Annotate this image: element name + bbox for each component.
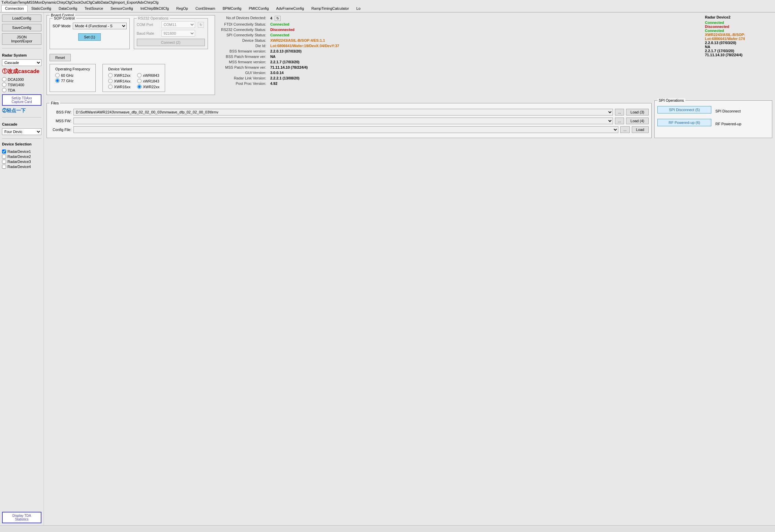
bss-fw-label: BSS FW: <box>50 110 71 114</box>
ftdi-value: Connected <box>270 22 289 26</box>
tab-advframeconfig[interactable]: AdvFrameConfig <box>273 5 308 12</box>
menu-clockout[interactable]: ClockOutCfg <box>71 0 92 4</box>
config-file-select[interactable] <box>73 126 618 133</box>
tab-contstream[interactable]: ContStream <box>192 5 219 12</box>
menu-txrxgain[interactable]: TxRxGainTemp <box>1 0 27 4</box>
mss-load-button[interactable]: Load (4) <box>626 118 649 124</box>
files-section: Files BSS FW: D:\SoftWare\AWR2243\mmwave… <box>46 103 652 138</box>
tab-staticconfig[interactable]: StaticConfig <box>28 5 55 12</box>
rs232-title: RS232 Operations <box>137 16 170 20</box>
post-proc-value: 4.92 <box>268 81 341 86</box>
radio-xwr22xx[interactable]: XWR22xx <box>137 85 159 89</box>
device2-bss-patch: NA <box>705 45 772 49</box>
mss-fw-select[interactable] <box>73 118 613 124</box>
radio-77ghz[interactable]: 77 GHz <box>55 78 90 83</box>
device-status-label: Device Status: <box>219 38 268 43</box>
device-variant-section: Device Variant XWR12xx xWR6843 <box>102 64 165 92</box>
op-freq-title: Operating Frequency <box>55 67 90 71</box>
menu-dynamicchirp[interactable]: DynamicChirpCfg <box>42 0 71 4</box>
mss-fw-label: MSS FW: <box>50 119 71 123</box>
bss-patch-label: BSS Patch firmware ver: <box>219 54 268 59</box>
config-load-button[interactable]: Load <box>632 126 649 133</box>
tab-intchirp[interactable]: IntChirpBlkCtlCfg <box>137 5 173 12</box>
device2-ftdi: Connected <box>705 21 724 25</box>
sidebar: LoadConfig SaveConfig JSON Import/Expor … <box>0 12 44 525</box>
rs232-label: RS232 Connectivity Status: <box>219 27 268 32</box>
tab-dataconfig[interactable]: DataConfig <box>55 5 81 12</box>
config-browse-button[interactable]: ... <box>620 126 629 133</box>
sop-mode-select[interactable]: Mode 4 (Functional - S <box>73 23 127 29</box>
menu-import-export[interactable]: Import_Export <box>114 0 137 4</box>
sop-mode-label: SOP Mode <box>53 24 71 28</box>
device2-mss-patch: 71.11.14.10 (78/224/4) <box>705 53 772 57</box>
menu-advchirp[interactable]: AdvChirpCfg <box>137 0 158 4</box>
menu-calibdata[interactable]: CalibDataCfg <box>92 0 114 4</box>
mss-browse-button[interactable]: ... <box>615 118 624 124</box>
radio-xwr14xx[interactable]: XWR14xx <box>108 79 130 83</box>
checkbox-radar-device4[interactable]: RadarDevice4 <box>2 165 41 169</box>
divider-1 <box>2 48 41 48</box>
refresh-devices-button[interactable]: ↻ <box>275 16 281 21</box>
spi-operations-section: SPI Operations SPI Disconnect (5) SPI Di… <box>654 100 772 138</box>
display-tda-button[interactable]: Display TDA Statistics <box>2 512 41 523</box>
four-device-dropdown[interactable]: Four Devic <box>2 128 41 135</box>
menu-row-1: TxRxGainTemp MSSMon DynamicChirpCfg Cloc… <box>0 0 775 5</box>
tab-regop[interactable]: RegOp <box>173 5 192 12</box>
radio-xwr16xx[interactable]: XWR16xx <box>108 85 130 89</box>
checkbox-radar-device3[interactable]: RadarDevice3 <box>2 160 41 164</box>
rf-powered-button[interactable]: RF Powered-up (6) <box>657 119 711 126</box>
spi-disconnect-button[interactable]: SPI Disconnect (5) <box>657 106 711 113</box>
radar-system-dropdown[interactable]: Cascade Single <box>2 59 41 66</box>
json-import-button[interactable]: JSON Import/Expor <box>2 33 41 45</box>
config-file-label: Config File: <box>50 128 71 132</box>
device-variant-title: Device Variant <box>108 67 159 71</box>
bss-browse-button[interactable]: ... <box>615 109 624 115</box>
radio-xwr12xx[interactable]: XWR12xx <box>108 73 130 77</box>
tab-sensorconfig[interactable]: SensorConfig <box>107 5 137 12</box>
connect-button[interactable]: Connect (2) <box>137 39 205 46</box>
bss-fw-select[interactable]: D:\SoftWare\AWR2243\mmwave_dfp_02_02_00_… <box>73 109 613 115</box>
baud-rate-select[interactable]: 921600 <box>161 30 195 37</box>
device2-mss-fw: 2.2.1.7 (17/03/20) <box>705 49 772 53</box>
setup-tdaxx-button[interactable]: SetUp TDAxx Capture Card <box>2 94 41 106</box>
tab-connection[interactable]: Connection <box>1 5 28 12</box>
checkbox-radar-device2[interactable]: RadarDevice2 <box>2 155 41 159</box>
device2-bss-fw: 2.2.0.13 (07/03/20) <box>705 41 772 45</box>
bss-fw-version-label: BSS firmware version: <box>219 48 268 54</box>
ftdi-label: FTDI Connectivity Status: <box>219 22 268 27</box>
no-devices-label: No.of Devices Detected: <box>219 15 268 22</box>
device2-die-id: Lot:6806641/Wafer:17/I <box>705 37 745 41</box>
radio-tda[interactable]: TDA <box>2 88 41 92</box>
tab-testsource[interactable]: TestSource <box>81 5 107 12</box>
radar-device2-header: Radar Device2 <box>705 15 772 19</box>
reset-button[interactable]: Reset <box>50 54 71 61</box>
com-refresh-button[interactable]: ↻ <box>198 22 204 28</box>
device-selection-label: Device Selection <box>2 142 41 146</box>
bss-load-button[interactable]: Load (3) <box>626 109 649 115</box>
divider-3 <box>2 138 41 139</box>
tab-ramptiming[interactable]: RampTimingCalculator <box>308 5 352 12</box>
files-title: Files <box>50 101 60 105</box>
radio-xwr6843[interactable]: xWR6843 <box>137 73 159 77</box>
radar-link-label: Radar Link Version: <box>219 75 268 81</box>
radio-xwr1843[interactable]: xWR1843 <box>137 79 159 83</box>
checkbox-radar-device1[interactable]: RadarDevice1 <box>2 149 41 154</box>
annotation-2: ②轻点一下 <box>2 108 41 114</box>
tab-bpmconfig[interactable]: BPMConfig <box>219 5 245 12</box>
radio-tsw1400[interactable]: TSW1400 <box>2 82 41 87</box>
tab-pmicconfig[interactable]: PMICConfig <box>245 5 272 12</box>
save-config-button[interactable]: SaveConfig <box>2 24 41 31</box>
set-button[interactable]: Set (1) <box>78 33 101 41</box>
bss-fw-version-value: 2.2.0.13 (07/03/20) <box>268 48 341 54</box>
tab-lo[interactable]: Lo <box>353 5 364 12</box>
radio-dca1000[interactable]: DCA1000 <box>2 77 41 81</box>
load-config-button[interactable]: LoadConfig <box>2 14 41 22</box>
device2-status: Radar Device2 Connected Disconnected Con… <box>705 15 772 98</box>
annotation-1: ①改成cascade <box>2 68 41 75</box>
device1-status: No.of Devices Detected: 4 ↻ FTDI Connect… <box>219 15 700 98</box>
radio-60ghz[interactable]: 60 GHz <box>55 73 90 77</box>
menu-mssmon[interactable]: MSSMon <box>27 0 42 4</box>
device-status-value: XWR2243/ASIL-B/SOP:4/ES:1.1 <box>270 38 325 42</box>
spi-value: Connected <box>270 33 289 37</box>
com-port-select[interactable]: COM11 <box>161 21 195 28</box>
